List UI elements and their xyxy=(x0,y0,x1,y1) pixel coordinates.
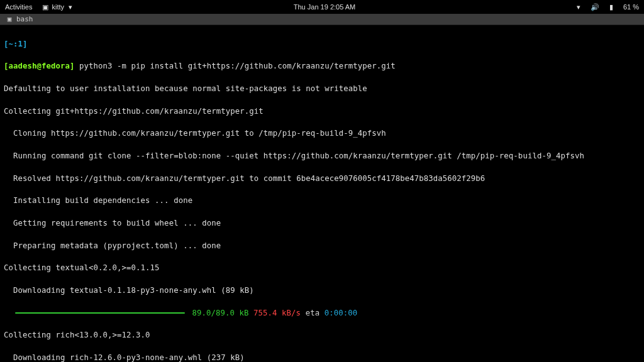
tab-title: bash xyxy=(16,15,33,23)
eta-label: eta xyxy=(301,309,325,317)
progress-bar xyxy=(15,312,185,314)
activities-button[interactable]: Activities xyxy=(5,3,32,11)
output-line: Collecting rich<13.0.0,>=12.3.0 xyxy=(4,330,640,341)
output-line: Collecting textual<0.2.0,>=0.1.15 xyxy=(4,263,640,274)
dl-speed: 755.4 kB/s xyxy=(253,309,301,317)
progress-row: 89.0/89.0 kB 755.4 kB/s eta 0:00:00 xyxy=(4,308,640,319)
terminal-tab[interactable]: ▣ bash xyxy=(0,14,644,25)
tab-icon: ▣ xyxy=(5,15,14,23)
system-tray[interactable]: ▾ 🔊 ▮ 61 % xyxy=(574,3,639,11)
output-line: Running command git clone --filter=blob:… xyxy=(4,151,640,162)
output-line: Installing build dependencies ... done xyxy=(4,195,640,207)
app-name: kitty xyxy=(52,3,64,11)
output-line: Defaulting to user installation because … xyxy=(4,84,640,95)
output-line: Resolved https://github.com/kraanzu/term… xyxy=(4,173,640,185)
battery-percent: 61 % xyxy=(623,3,639,11)
output-line: Collecting git+https://github.com/kraanz… xyxy=(4,106,640,118)
network-icon: ▾ xyxy=(574,3,583,11)
dl-eta: 0:00:00 xyxy=(325,309,358,317)
app-menu[interactable]: ▣ kitty ▾ xyxy=(41,3,75,11)
output-line: Downloading rich-12.6.0-py3-none-any.whl… xyxy=(4,353,640,362)
output-line: Preparing metadata (pyproject.toml) ... … xyxy=(4,241,640,252)
volume-icon: 🔊 xyxy=(591,3,599,11)
gnome-topbar: Activities ▣ kitty ▾ Thu Jan 19 2:05 AM … xyxy=(0,0,644,14)
battery-icon: ▮ xyxy=(607,3,616,11)
output-line: Downloading textual-0.1.18-py3-none-any.… xyxy=(4,285,640,297)
dl-size: 89.0/89.0 kB xyxy=(192,309,249,317)
output-line: Cloning https://github.com/kraanzu/termt… xyxy=(4,128,640,140)
terminal-output[interactable]: [~:1] [aadesh@fedora] python3 -m pip ins… xyxy=(0,25,644,362)
clock[interactable]: Thu Jan 19 2:05 AM xyxy=(75,3,574,11)
output-line: Getting requirements to build wheel ... … xyxy=(4,218,640,229)
prompt-path: [~:1] xyxy=(4,40,28,48)
chevron-down-icon: ▾ xyxy=(66,3,75,11)
command: python3 -m pip install git+https://githu… xyxy=(75,62,396,70)
prompt-user: [aadesh@fedora] xyxy=(4,62,75,70)
app-icon: ▣ xyxy=(41,3,50,11)
